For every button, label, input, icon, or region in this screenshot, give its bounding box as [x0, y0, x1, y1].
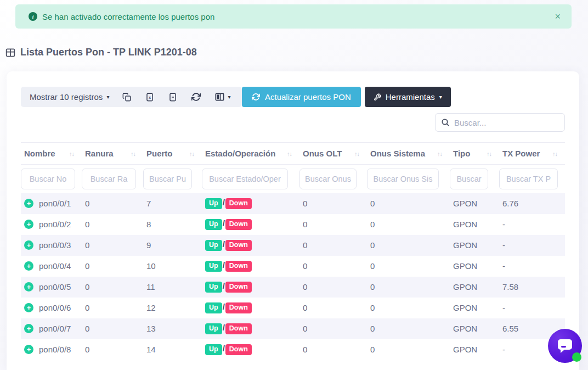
expand-row-icon[interactable]: + [24, 303, 33, 312]
tipo-cell: GPON [450, 256, 499, 277]
table-body: + pon0/0/1 0 7 Up/Down 0 0 GPON 6.76 + p… [21, 193, 565, 360]
ranura-cell: 0 [82, 339, 143, 360]
online-status-dot [572, 352, 581, 362]
sort-icon[interactable]: ↑↓ [189, 150, 194, 157]
column-visibility-button[interactable]: ▾ [215, 93, 230, 101]
expand-row-icon[interactable]: + [24, 199, 33, 208]
ranura-cell: 0 [82, 235, 143, 256]
sort-icon[interactable]: ↑↓ [131, 150, 135, 157]
tx-power-cell: - [499, 298, 565, 318]
column-header-estado-operacion[interactable]: Estado/Operación↑↓ [202, 143, 299, 165]
expand-row-icon[interactable]: + [24, 240, 33, 250]
show-records-dropdown[interactable]: Mostrar 10 registros ▾ [30, 92, 109, 102]
expand-row-icon[interactable]: + [24, 261, 33, 271]
puerto-cell: 10 [143, 256, 202, 277]
update-pon-ports-button[interactable]: Actualizar puertos PON [242, 87, 361, 107]
search-box[interactable] [435, 113, 565, 132]
column-header-ranura[interactable]: Ranura↑↓ [82, 143, 143, 165]
puerto-cell: 7 [143, 193, 202, 214]
status-up-badge: Up [205, 240, 222, 251]
estado-operacion-cell: Up/Down [202, 193, 299, 214]
onus-olt-cell: 0 [299, 214, 367, 235]
refresh-icon [252, 93, 260, 101]
ranura-cell: 0 [82, 214, 143, 235]
column-header-nombre[interactable]: Nombre↑↓ [21, 143, 82, 165]
filter-input-onus-sistema[interactable] [367, 169, 439, 189]
column-label: Tipo [453, 149, 470, 158]
sort-icon[interactable]: ↑↓ [69, 150, 74, 157]
port-name: pon0/0/1 [39, 199, 71, 208]
onus-sistema-cell: 0 [367, 256, 450, 277]
tx-power-cell: - [499, 235, 565, 256]
status-up-badge: Up [205, 323, 222, 334]
column-header-tipo[interactable]: Tipo↑↓ [450, 143, 499, 165]
expand-row-icon[interactable]: + [24, 220, 33, 229]
tools-dropdown-button[interactable]: Herramientas ▾ [365, 87, 451, 107]
alert-close-icon[interactable]: × [555, 12, 561, 21]
estado-operacion-cell: Up/Down [202, 235, 299, 256]
estado-operacion-cell: Up/Down [202, 214, 299, 235]
onus-sistema-cell: 0 [367, 298, 450, 318]
column-header-tx-power[interactable]: TX Power↑↓ [499, 143, 565, 165]
status-down-badge: Down [225, 240, 252, 251]
table-row: + pon0/0/3 0 9 Up/Down 0 0 GPON - [21, 235, 565, 256]
puerto-cell: 12 [143, 298, 202, 318]
column-header-puerto[interactable]: Puerto↑↓ [143, 143, 202, 165]
column-header-onus-olt[interactable]: Onus OLT↑↓ [299, 143, 367, 165]
refresh-icon [191, 92, 201, 102]
filter-input-estado-operacion[interactable] [202, 169, 288, 189]
table-filter-row [21, 165, 565, 193]
tipo-cell: GPON [450, 235, 499, 256]
estado-operacion-cell: Up/Down [202, 256, 299, 277]
toolbar-left-group: Mostrar 10 registros ▾ x [21, 87, 242, 107]
status-separator: / [223, 302, 225, 311]
filter-input-tipo[interactable] [450, 169, 488, 189]
ranura-cell: 0 [82, 256, 143, 277]
file-export-button[interactable] [168, 93, 177, 102]
filter-input-onus-olt[interactable] [299, 169, 357, 189]
excel-export-button[interactable]: x [145, 93, 154, 102]
status-separator: / [223, 218, 225, 228]
onus-olt-cell: 0 [299, 193, 367, 214]
reload-table-button[interactable] [191, 92, 201, 102]
filter-input-puerto[interactable] [143, 169, 192, 189]
chat-widget-button[interactable] [548, 329, 582, 363]
status-separator: / [223, 323, 225, 332]
status-separator: / [223, 239, 225, 249]
expand-row-icon[interactable]: + [24, 282, 33, 291]
copy-button[interactable] [122, 93, 131, 102]
table-row: + pon0/0/2 0 8 Up/Down 0 0 GPON - [21, 214, 565, 235]
onus-olt-cell: 0 [299, 277, 367, 298]
sort-icon[interactable]: ↑↓ [487, 150, 491, 157]
sort-icon[interactable]: ↑↓ [552, 150, 557, 157]
wrench-icon [374, 93, 381, 101]
filter-input-nombre[interactable] [21, 169, 75, 189]
puerto-cell: 8 [143, 214, 202, 235]
estado-operacion-cell: Up/Down [202, 277, 299, 298]
expand-row-icon[interactable]: + [24, 324, 33, 333]
ranura-cell: 0 [82, 298, 143, 318]
ranura-cell: 0 [82, 193, 143, 214]
sort-icon[interactable]: ↑↓ [354, 150, 359, 157]
filter-input-ranura[interactable] [82, 169, 136, 189]
port-name: pon0/0/6 [39, 303, 71, 312]
puerto-cell: 11 [143, 277, 202, 298]
column-header-onus-sistema[interactable]: Onus Sistema↑↓ [367, 143, 450, 165]
pon-ports-table: Nombre↑↓ Ranura↑↓ Puerto↑↓ Estado/Operac… [21, 142, 565, 360]
sort-icon[interactable]: ↑↓ [437, 150, 442, 157]
column-label: Estado/Operación [205, 149, 275, 158]
sort-icon[interactable]: ↑↓ [287, 150, 292, 157]
port-name: pon0/0/5 [39, 282, 71, 291]
expand-row-icon[interactable]: + [24, 345, 33, 354]
show-records-label: Mostrar 10 registros [30, 92, 103, 102]
onus-olt-cell: 0 [299, 339, 367, 360]
filter-input-tx-power[interactable] [499, 169, 558, 189]
tipo-cell: GPON [450, 214, 499, 235]
ranura-cell: 0 [82, 277, 143, 298]
table-row: + pon0/0/6 0 12 Up/Down 0 0 GPON - [21, 298, 565, 318]
onus-sistema-cell: 0 [367, 339, 450, 360]
search-input[interactable] [454, 118, 559, 127]
ranura-cell: 0 [82, 318, 143, 339]
success-alert: i Se han activado correctamente los puer… [15, 4, 572, 29]
status-separator: / [223, 260, 225, 270]
